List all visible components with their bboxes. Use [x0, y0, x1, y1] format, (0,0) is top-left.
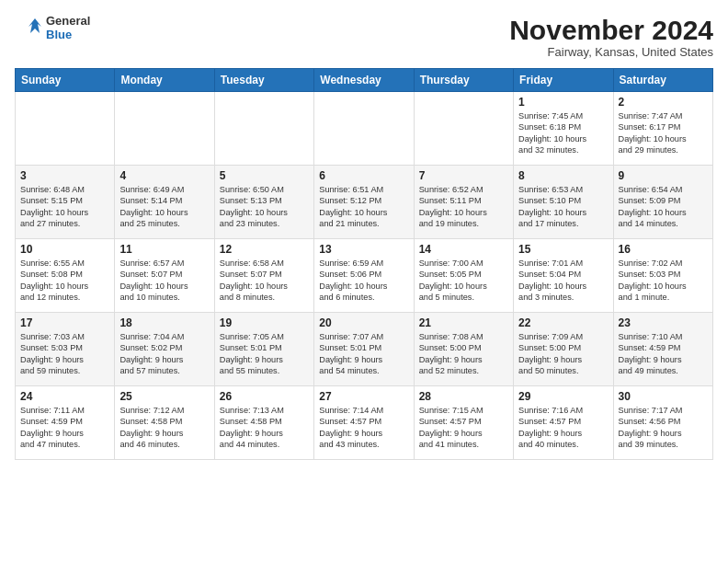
day-info: Sunrise: 7:16 AMSunset: 4:57 PMDaylight:…	[518, 406, 583, 449]
calendar-cell: 17Sunrise: 7:03 AMSunset: 5:03 PMDayligh…	[16, 313, 115, 386]
calendar-cell: 26Sunrise: 7:13 AMSunset: 4:58 PMDayligh…	[214, 386, 313, 460]
day-number: 27	[319, 390, 408, 403]
day-info: Sunrise: 7:13 AMSunset: 4:58 PMDaylight:…	[220, 406, 284, 449]
calendar-cell: 22Sunrise: 7:09 AMSunset: 5:00 PMDayligh…	[514, 313, 613, 386]
day-info: Sunrise: 6:59 AMSunset: 5:06 PMDaylight:…	[319, 259, 387, 302]
calendar-cell: 4Sunrise: 6:49 AMSunset: 5:14 PMDaylight…	[115, 166, 214, 239]
day-number: 2	[619, 96, 708, 109]
calendar-cell: 19Sunrise: 7:05 AMSunset: 5:01 PMDayligh…	[214, 313, 313, 386]
day-info: Sunrise: 7:45 AMSunset: 6:18 PMDaylight:…	[518, 111, 586, 155]
calendar-cell: 20Sunrise: 7:07 AMSunset: 5:01 PMDayligh…	[314, 313, 414, 386]
day-number: 22	[518, 316, 608, 329]
calendar-cell: 1Sunrise: 7:45 AMSunset: 6:18 PMDaylight…	[514, 92, 613, 166]
day-info: Sunrise: 6:48 AMSunset: 5:15 PMDaylight:…	[20, 185, 88, 228]
day-number: 29	[518, 390, 608, 403]
calendar-cell: 3Sunrise: 6:48 AMSunset: 5:15 PMDaylight…	[16, 166, 115, 239]
header: General Blue November 2024 Fairway, Kans…	[15, 15, 713, 59]
calendar-cell: 16Sunrise: 7:02 AMSunset: 5:03 PMDayligh…	[613, 239, 712, 313]
day-number: 6	[319, 169, 408, 182]
day-info: Sunrise: 7:02 AMSunset: 5:03 PMDaylight:…	[619, 259, 687, 302]
calendar-cell	[115, 92, 214, 166]
col-tuesday: Tuesday	[214, 69, 313, 92]
title-block: November 2024 Fairway, Kansas, United St…	[509, 15, 713, 59]
calendar-cell: 15Sunrise: 7:01 AMSunset: 5:04 PMDayligh…	[514, 239, 613, 313]
calendar-cell	[16, 92, 115, 166]
day-info: Sunrise: 7:03 AMSunset: 5:03 PMDaylight:…	[20, 332, 85, 375]
day-info: Sunrise: 7:12 AMSunset: 4:58 PMDaylight:…	[119, 406, 184, 449]
day-info: Sunrise: 6:53 AMSunset: 5:10 PMDaylight:…	[518, 185, 586, 228]
day-number: 12	[220, 243, 309, 256]
calendar-cell: 11Sunrise: 6:57 AMSunset: 5:07 PMDayligh…	[115, 239, 214, 313]
calendar-cell: 9Sunrise: 6:54 AMSunset: 5:09 PMDaylight…	[613, 166, 712, 239]
day-info: Sunrise: 6:58 AMSunset: 5:07 PMDaylight:…	[220, 259, 288, 302]
calendar-cell: 7Sunrise: 6:52 AMSunset: 5:11 PMDaylight…	[414, 166, 513, 239]
day-info: Sunrise: 7:11 AMSunset: 4:59 PMDaylight:…	[20, 406, 85, 449]
day-info: Sunrise: 6:51 AMSunset: 5:12 PMDaylight:…	[319, 185, 387, 228]
page: General Blue November 2024 Fairway, Kans…	[0, 0, 728, 469]
calendar-cell: 6Sunrise: 6:51 AMSunset: 5:12 PMDaylight…	[314, 166, 414, 239]
day-number: 9	[619, 169, 708, 182]
calendar-cell: 25Sunrise: 7:12 AMSunset: 4:58 PMDayligh…	[115, 386, 214, 460]
day-number: 7	[419, 169, 508, 182]
day-info: Sunrise: 6:50 AMSunset: 5:13 PMDaylight:…	[220, 185, 288, 228]
day-number: 1	[518, 96, 608, 109]
day-info: Sunrise: 7:08 AMSunset: 5:00 PMDaylight:…	[419, 332, 483, 375]
day-number: 24	[20, 390, 109, 403]
day-number: 8	[518, 169, 608, 182]
calendar-cell: 21Sunrise: 7:08 AMSunset: 5:00 PMDayligh…	[414, 313, 513, 386]
day-number: 4	[119, 169, 209, 182]
day-info: Sunrise: 7:47 AMSunset: 6:17 PMDaylight:…	[619, 111, 687, 155]
day-info: Sunrise: 7:01 AMSunset: 5:04 PMDaylight:…	[518, 259, 586, 302]
calendar-cell	[214, 92, 313, 166]
day-number: 10	[20, 243, 109, 256]
day-number: 14	[419, 243, 508, 256]
day-number: 5	[220, 169, 309, 182]
calendar-cell: 18Sunrise: 7:04 AMSunset: 5:02 PMDayligh…	[115, 313, 214, 386]
day-number: 25	[119, 390, 209, 403]
calendar-cell: 27Sunrise: 7:14 AMSunset: 4:57 PMDayligh…	[314, 386, 414, 460]
calendar-cell: 5Sunrise: 6:50 AMSunset: 5:13 PMDaylight…	[214, 166, 313, 239]
calendar-cell: 2Sunrise: 7:47 AMSunset: 6:17 PMDaylight…	[613, 92, 712, 166]
day-number: 23	[619, 316, 708, 329]
logo-blue: Blue	[46, 29, 90, 42]
day-info: Sunrise: 7:04 AMSunset: 5:02 PMDaylight:…	[119, 332, 184, 375]
col-sunday: Sunday	[16, 69, 115, 92]
calendar-cell: 29Sunrise: 7:16 AMSunset: 4:57 PMDayligh…	[514, 386, 613, 460]
day-info: Sunrise: 6:49 AMSunset: 5:14 PMDaylight:…	[119, 185, 188, 228]
day-info: Sunrise: 6:54 AMSunset: 5:09 PMDaylight:…	[619, 185, 687, 228]
calendar-cell: 10Sunrise: 6:55 AMSunset: 5:08 PMDayligh…	[16, 239, 115, 313]
calendar-cell	[414, 92, 513, 166]
day-number: 18	[119, 316, 209, 329]
day-info: Sunrise: 7:14 AMSunset: 4:57 PMDaylight:…	[319, 406, 383, 449]
day-number: 20	[319, 316, 408, 329]
col-wednesday: Wednesday	[314, 69, 414, 92]
day-number: 28	[419, 390, 508, 403]
col-saturday: Saturday	[613, 69, 712, 92]
calendar-cell: 12Sunrise: 6:58 AMSunset: 5:07 PMDayligh…	[214, 239, 313, 313]
logo-general: General	[46, 15, 90, 29]
calendar-table: Sunday Monday Tuesday Wednesday Thursday…	[15, 68, 713, 460]
logo: General Blue	[15, 15, 90, 42]
location: Fairway, Kansas, United States	[509, 45, 713, 59]
calendar-cell: 23Sunrise: 7:10 AMSunset: 4:59 PMDayligh…	[613, 313, 712, 386]
day-info: Sunrise: 7:15 AMSunset: 4:57 PMDaylight:…	[419, 406, 483, 449]
calendar-cell: 14Sunrise: 7:00 AMSunset: 5:05 PMDayligh…	[414, 239, 513, 313]
month-title: November 2024	[509, 15, 713, 45]
calendar-cell: 13Sunrise: 6:59 AMSunset: 5:06 PMDayligh…	[314, 239, 414, 313]
logo-bird-icon	[15, 15, 42, 42]
col-thursday: Thursday	[414, 69, 513, 92]
day-number: 3	[20, 169, 109, 182]
day-info: Sunrise: 7:07 AMSunset: 5:01 PMDaylight:…	[319, 332, 383, 375]
day-info: Sunrise: 7:00 AMSunset: 5:05 PMDaylight:…	[419, 259, 487, 302]
calendar-cell: 24Sunrise: 7:11 AMSunset: 4:59 PMDayligh…	[16, 386, 115, 460]
day-info: Sunrise: 7:09 AMSunset: 5:00 PMDaylight:…	[518, 332, 583, 375]
day-info: Sunrise: 7:17 AMSunset: 4:56 PMDaylight:…	[619, 406, 683, 449]
day-number: 11	[119, 243, 209, 256]
day-number: 17	[20, 316, 109, 329]
col-monday: Monday	[115, 69, 214, 92]
calendar-cell: 8Sunrise: 6:53 AMSunset: 5:10 PMDaylight…	[514, 166, 613, 239]
col-friday: Friday	[514, 69, 613, 92]
day-number: 15	[518, 243, 608, 256]
day-number: 19	[220, 316, 309, 329]
day-info: Sunrise: 6:52 AMSunset: 5:11 PMDaylight:…	[419, 185, 487, 228]
